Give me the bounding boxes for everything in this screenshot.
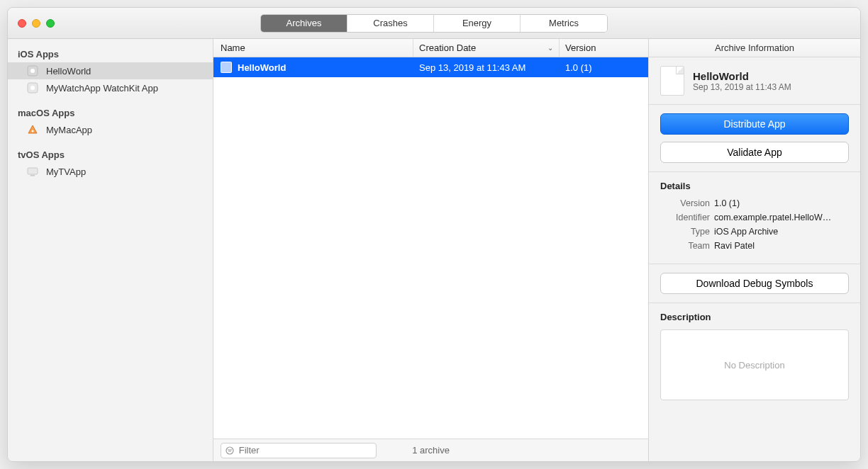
table-row[interactable]: HelloWorld Sep 13, 2019 at 11:43 AM 1.0 … (213, 57, 648, 77)
archive-date: Sep 13, 2019 at 11:43 AM (693, 82, 791, 92)
details-version: 1.0 (1) (714, 198, 849, 208)
svg-point-3 (30, 86, 35, 90)
app-icon (26, 165, 39, 178)
description-title: Description (660, 312, 849, 322)
svg-point-1 (30, 69, 35, 73)
minimize-icon[interactable] (32, 19, 40, 28)
window-controls (18, 19, 55, 28)
inspector-description: Description No Description (649, 303, 860, 461)
sidebar-item-mytvapp[interactable]: MyTVApp (8, 163, 213, 180)
inspector: Archive Information HelloWorld Sep 13, 2… (649, 39, 860, 461)
inspector-head: HelloWorld Sep 13, 2019 at 11:43 AM (649, 57, 860, 105)
sidebar-item-mywatchapp[interactable]: MyWatchApp WatchKit App (8, 79, 213, 96)
svg-point-8 (226, 447, 233, 454)
details-title: Details (660, 181, 849, 191)
validate-app-button[interactable]: Validate App (660, 142, 849, 163)
table-footer: 1 archive (213, 439, 648, 461)
column-name[interactable]: Name (213, 39, 413, 57)
close-icon[interactable] (18, 19, 26, 28)
sidebar-item-helloworld[interactable]: HelloWorld (8, 62, 213, 79)
sidebar-item-label: MyTVApp (46, 166, 86, 177)
archive-table: Name Creation Date ⌄ Version HelloWorld … (213, 39, 649, 461)
sidebar-group-title: macOS Apps (8, 103, 213, 121)
app-icon (26, 64, 39, 77)
description-box[interactable]: No Description (660, 329, 849, 400)
label: Type (660, 227, 710, 237)
tab-crashes[interactable]: Crashes (347, 15, 434, 32)
document-icon (660, 66, 684, 96)
archive-icon (221, 62, 232, 73)
details-identifier: com.example.rpatel.HelloW… (714, 213, 849, 222)
cell-name: HelloWorld (238, 62, 286, 73)
zoom-icon[interactable] (46, 19, 55, 28)
details-type: iOS App Archive (714, 227, 849, 237)
label: Version (660, 198, 710, 208)
tab-segmented-control[interactable]: Archives Crashes Energy Metrics (260, 14, 608, 33)
table-header: Name Creation Date ⌄ Version (213, 39, 648, 57)
cell-version: 1.0 (1) (560, 62, 648, 73)
filter-input[interactable] (239, 445, 372, 456)
sidebar-item-mymacapp[interactable]: MyMacApp (8, 121, 213, 138)
tab-archives[interactable]: Archives (261, 15, 347, 32)
sidebar-group-title: iOS Apps (8, 45, 213, 62)
svg-rect-6 (28, 168, 38, 174)
sidebar-item-label: HelloWorld (46, 66, 91, 77)
description-placeholder: No Description (724, 360, 784, 371)
sidebar-item-label: MyWatchApp WatchKit App (46, 83, 158, 94)
svg-rect-7 (30, 175, 35, 176)
archive-count: 1 archive (412, 445, 450, 456)
table-body: HelloWorld Sep 13, 2019 at 11:43 AM 1.0 … (213, 57, 648, 439)
tab-energy[interactable]: Energy (434, 15, 521, 32)
titlebar: Archives Crashes Energy Metrics (8, 8, 860, 39)
column-creation-date[interactable]: Creation Date ⌄ (413, 39, 560, 57)
column-version[interactable]: Version (560, 39, 648, 57)
inspector-actions: Distribute App Validate App (649, 105, 860, 172)
label: Identifier (660, 213, 710, 222)
sidebar-group-title: tvOS Apps (8, 145, 213, 163)
details-team: Ravi Patel (714, 241, 849, 251)
sidebar-item-label: MyMacApp (46, 125, 92, 135)
tab-metrics[interactable]: Metrics (521, 15, 607, 32)
cell-date: Sep 13, 2019 at 11:43 AM (413, 62, 560, 73)
chevron-down-icon: ⌄ (547, 44, 553, 52)
content: iOS Apps HelloWorld MyWatchApp WatchKit … (8, 39, 860, 461)
download-debug-symbols-button[interactable]: Download Debug Symbols (660, 273, 849, 294)
column-label: Creation Date (419, 43, 476, 53)
inspector-download: Download Debug Symbols (649, 264, 860, 303)
label: Team (660, 241, 710, 251)
organizer-window: Archives Crashes Energy Metrics iOS Apps… (7, 7, 861, 462)
archive-name: HelloWorld (693, 70, 791, 82)
inspector-title: Archive Information (649, 39, 860, 57)
sidebar: iOS Apps HelloWorld MyWatchApp WatchKit … (8, 39, 213, 461)
filter-field[interactable] (221, 443, 377, 458)
filter-icon (226, 446, 235, 456)
app-icon (26, 123, 39, 136)
app-icon (26, 81, 39, 94)
distribute-app-button[interactable]: Distribute App (660, 113, 849, 135)
inspector-details: Details Version1.0 (1) Identifiercom.exa… (649, 172, 860, 264)
svg-point-5 (32, 130, 34, 132)
